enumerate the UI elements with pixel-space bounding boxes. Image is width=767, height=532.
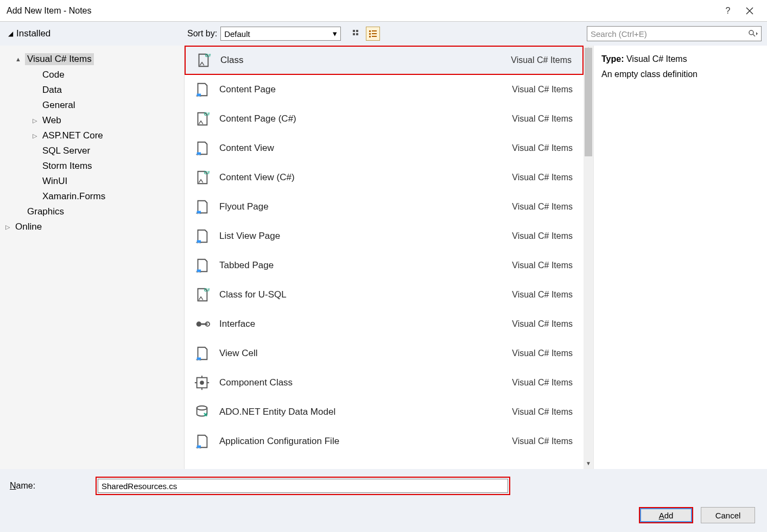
template-name: Flyout Page — [219, 201, 512, 212]
tree-node-label: Code — [42, 69, 65, 80]
template-item[interactable]: C#ClassVisual C# Items — [185, 46, 584, 75]
sort-dropdown[interactable]: Default ▾ — [220, 27, 341, 41]
template-icon: < > — [192, 432, 212, 451]
template-icon: < > — [192, 80, 212, 99]
tree-node[interactable]: ▲Visual C# Items — [0, 51, 184, 67]
template-name: Content Page (C#) — [219, 113, 512, 124]
template-list-panel: C#ClassVisual C# Items< >Content PageVis… — [185, 46, 593, 469]
template-item[interactable]: ADO.NET Entity Data ModelVisual C# Items — [185, 397, 584, 427]
svg-rect-7 — [372, 33, 377, 34]
svg-point-31 — [197, 406, 207, 410]
svg-rect-2 — [353, 33, 355, 35]
template-item[interactable]: Component ClassVisual C# Items — [185, 368, 584, 397]
tree-node[interactable]: ▷ASP.NET Core — [0, 128, 184, 143]
name-label: Name: — [10, 481, 91, 491]
chevron-down-icon: ▾ — [333, 29, 337, 39]
template-icon: C# — [192, 168, 212, 187]
tree-node[interactable]: Xamarin.Forms — [0, 189, 184, 204]
tree-node[interactable]: Storm Items — [0, 159, 184, 174]
template-category: Visual C# Items — [512, 319, 573, 329]
installed-expander-icon[interactable]: ◢ — [8, 30, 13, 37]
template-item[interactable]: < >Application Configuration FileVisual … — [185, 427, 584, 456]
tree-node[interactable]: General — [0, 98, 184, 113]
tree-node[interactable]: Data — [0, 83, 184, 98]
svg-text:C#: C# — [204, 170, 210, 175]
template-item[interactable]: < >List View PageVisual C# Items — [185, 221, 584, 251]
template-item[interactable]: C#Class for U-SQLVisual C# Items — [185, 280, 584, 309]
online-node[interactable]: ▷ Online — [0, 219, 184, 235]
help-button[interactable]: ? — [717, 0, 739, 22]
view-grid-button[interactable] — [350, 27, 364, 41]
template-item[interactable]: C#Content View (C#)Visual C# Items — [185, 163, 584, 192]
name-input[interactable] — [98, 479, 508, 493]
scroll-down-icon[interactable]: ▼ — [584, 460, 593, 469]
tree-node-label: Visual C# Items — [25, 53, 94, 65]
svg-text:< >: < > — [196, 211, 202, 215]
tree-node[interactable]: WinUI — [0, 174, 184, 189]
template-name: ADO.NET Entity Data Model — [219, 407, 512, 417]
svg-text:< >: < > — [196, 269, 202, 274]
tree-node[interactable]: Code — [0, 67, 184, 83]
template-name: Component Class — [219, 377, 512, 388]
template-icon: < > — [192, 344, 212, 363]
template-item[interactable]: C#Content Page (C#)Visual C# Items — [185, 104, 584, 134]
expand-icon: ▷ — [33, 117, 40, 124]
view-list-button[interactable] — [366, 27, 380, 41]
search-input[interactable]: Search (Ctrl+E) — [587, 26, 762, 41]
svg-rect-8 — [369, 36, 371, 37]
template-item[interactable]: < >Flyout PageVisual C# Items — [185, 192, 584, 221]
template-icon: < > — [192, 197, 212, 217]
template-category: Visual C# Items — [512, 202, 573, 212]
template-item[interactable]: < >View CellVisual C# Items — [185, 339, 584, 368]
svg-rect-4 — [369, 30, 371, 32]
svg-text:< >: < > — [196, 93, 202, 98]
template-category: Visual C# Items — [512, 290, 573, 300]
template-name: Class — [220, 55, 511, 66]
scrollbar[interactable]: ▲ ▼ — [584, 46, 593, 469]
installed-label[interactable]: Installed — [16, 28, 50, 39]
cancel-button[interactable]: Cancel — [701, 507, 755, 523]
template-icon — [192, 402, 212, 422]
svg-rect-0 — [353, 30, 355, 32]
scroll-thumb[interactable] — [585, 48, 592, 156]
template-icon: C# — [192, 109, 212, 129]
search-icon — [748, 29, 758, 39]
template-item[interactable]: < >Content PageVisual C# Items — [185, 75, 584, 104]
tree-node-label: Web — [42, 115, 61, 126]
template-icon — [192, 373, 212, 392]
svg-rect-3 — [356, 33, 358, 35]
type-value: Visual C# Items — [626, 54, 687, 64]
category-tree: ▲Visual C# ItemsCodeDataGeneral▷Web▷ASP.… — [0, 46, 185, 469]
tree-node-label: Data — [42, 85, 62, 96]
add-button[interactable]: Add — [639, 507, 693, 523]
svg-text:< >: < > — [196, 357, 202, 362]
footer: Name: Add Cancel — [0, 469, 767, 532]
template-item[interactable]: < >Content ViewVisual C# Items — [185, 134, 584, 163]
search-placeholder: Search (Ctrl+E) — [591, 29, 647, 39]
template-category: Visual C# Items — [512, 85, 573, 94]
template-name: Content View (C#) — [219, 172, 512, 183]
template-item[interactable]: InterfaceVisual C# Items — [185, 309, 584, 339]
svg-rect-1 — [356, 30, 358, 32]
svg-text:C#: C# — [204, 287, 210, 293]
template-name: Application Configuration File — [219, 436, 512, 447]
tree-node-label: ASP.NET Core — [42, 130, 103, 141]
template-list: C#ClassVisual C# Items< >Content PageVis… — [185, 46, 584, 469]
svg-text:C#: C# — [204, 111, 210, 117]
template-item[interactable]: < >Tabbed PageVisual C# Items — [185, 251, 584, 280]
template-icon: C# — [192, 285, 212, 305]
close-button[interactable] — [739, 0, 760, 22]
svg-point-30 — [200, 381, 204, 385]
template-name: Interface — [219, 319, 512, 330]
template-icon: C# — [193, 50, 213, 70]
tree-node[interactable]: ▷Web — [0, 113, 184, 128]
tree-node[interactable]: SQL Server — [0, 143, 184, 159]
tree-node-label: WinUI — [42, 176, 67, 187]
svg-text:< >: < > — [196, 152, 202, 156]
sort-value: Default — [224, 29, 250, 39]
svg-rect-6 — [369, 33, 371, 35]
tree-node[interactable]: Graphics — [0, 204, 184, 219]
template-name: List View Page — [219, 231, 512, 242]
window-title: Add New Item - Notes — [7, 6, 717, 16]
details-panel: Type: Visual C# Items An empty class def… — [593, 46, 767, 469]
